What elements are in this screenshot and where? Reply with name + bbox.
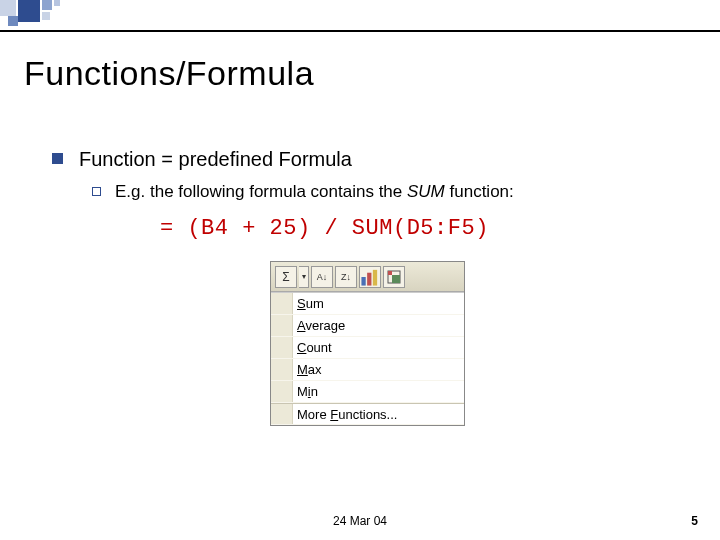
svg-rect-1 — [367, 272, 371, 285]
chart-wizard-icon[interactable] — [359, 266, 381, 288]
autosum-dropdown-arrow-icon[interactable]: ▾ — [299, 266, 309, 288]
sort-ascending-icon[interactable]: A↓ — [311, 266, 333, 288]
menu-item-max[interactable]: Max — [271, 359, 464, 381]
autosum-dropdown-screenshot: Σ ▾ A↓ Z↓ Sum Average Count Max Min — [270, 261, 465, 426]
slide-title: Functions/Formula — [24, 54, 314, 93]
svg-rect-5 — [392, 275, 400, 283]
menu-item-min[interactable]: Min — [271, 381, 464, 403]
corner-decoration — [0, 0, 100, 30]
menu-item-sum[interactable]: Sum — [271, 293, 464, 315]
hollow-square-bullet-icon — [92, 187, 101, 196]
bullet-2-suffix: function: — [445, 182, 514, 201]
svg-rect-4 — [388, 271, 392, 275]
bullet-1-text: Function = predefined Formula — [79, 148, 352, 171]
toolbar-strip: Σ ▾ A↓ Z↓ — [271, 262, 464, 292]
sort-descending-icon[interactable]: Z↓ — [335, 266, 357, 288]
bullet-2-emphasis: SUM — [407, 182, 445, 201]
square-bullet-icon — [52, 153, 63, 164]
bullet-2-text: E.g. the following formula contains the … — [115, 182, 514, 202]
menu-item-more-functions[interactable]: More Functions... — [271, 403, 464, 425]
page-number: 5 — [691, 514, 698, 528]
svg-rect-2 — [373, 269, 377, 285]
example-formula: = (B4 + 25) / SUM(D5:F5) — [160, 216, 489, 241]
pivot-table-icon[interactable] — [383, 266, 405, 288]
autosum-menu: Sum Average Count Max Min More Functions… — [271, 292, 464, 425]
svg-rect-0 — [361, 277, 365, 286]
menu-item-average[interactable]: Average — [271, 315, 464, 337]
menu-item-count[interactable]: Count — [271, 337, 464, 359]
autosum-icon[interactable]: Σ — [275, 266, 297, 288]
bullet-level-2: E.g. the following formula contains the … — [92, 182, 514, 202]
horizontal-rule — [0, 30, 720, 32]
bullet-2-prefix: E.g. the following formula contains the — [115, 182, 407, 201]
bullet-level-1: Function = predefined Formula — [52, 148, 352, 171]
footer-date: 24 Mar 04 — [0, 514, 720, 528]
